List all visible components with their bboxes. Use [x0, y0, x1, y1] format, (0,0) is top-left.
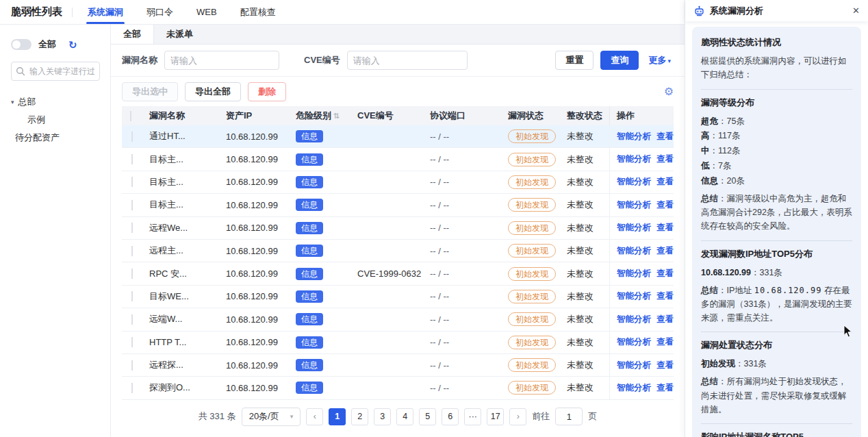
tree-node-待分配资产[interactable]: 待分配资产: [11, 129, 102, 147]
reset-button[interactable]: 重置: [555, 51, 593, 70]
view-link[interactable]: 查看: [656, 268, 674, 279]
tree-node-示例[interactable]: 示例: [11, 111, 102, 129]
analysis-card: 脆弱性状态统计情况根据提供的系统漏洞内容，可以进行如下归纳总结：漏洞等级分布超危…: [692, 27, 861, 437]
asset-ip: 10.68.120.99: [222, 246, 292, 256]
view-link[interactable]: 查看: [656, 131, 674, 142]
tab-weak-password[interactable]: 弱口令: [142, 0, 177, 24]
analysis-divider: [701, 332, 852, 332]
tab-config-check[interactable]: 配置核查: [236, 0, 280, 24]
tab-all[interactable]: 全部: [111, 25, 154, 44]
page-size-select[interactable]: 20条/页▾: [242, 408, 301, 426]
analysis-stat-line: 信息：20条: [701, 174, 852, 189]
export-all-button[interactable]: 导出全部: [185, 82, 241, 101]
caret-down-icon[interactable]: ▾: [11, 99, 14, 105]
total-count: 共 331 条: [199, 410, 236, 423]
all-toggle-switch[interactable]: [11, 39, 31, 50]
page-button-4[interactable]: 4: [396, 408, 413, 425]
smart-analysis-link[interactable]: 智能分析: [617, 290, 651, 302]
risk-level-badge: 信息: [296, 382, 323, 394]
row-checkbox[interactable]: [131, 360, 133, 371]
smart-analysis-link[interactable]: 智能分析: [617, 131, 651, 142]
row-checkbox[interactable]: [131, 200, 133, 210]
smart-analysis-link[interactable]: 智能分析: [617, 268, 651, 279]
row-checkbox[interactable]: [131, 383, 133, 393]
smart-analysis-link[interactable]: 智能分析: [617, 199, 651, 211]
vuln-status-pill: 初始发现: [508, 336, 556, 349]
view-link[interactable]: 查看: [656, 176, 674, 188]
protocol-port: -- / --: [426, 383, 504, 393]
row-checkbox[interactable]: [131, 177, 133, 187]
select-all-checkbox[interactable]: [130, 111, 131, 121]
protocol-port: -- / --: [426, 246, 504, 256]
vuln-name-input[interactable]: [164, 51, 279, 70]
protocol-port: -- / --: [426, 200, 504, 210]
tab-web[interactable]: WEB: [192, 0, 221, 24]
smart-analysis-link[interactable]: 智能分析: [617, 176, 651, 188]
table-row: 探测到O...10.68.120.99信息-- / --初始发现未整改智能分析查…: [122, 377, 674, 399]
query-button[interactable]: 查询: [600, 51, 639, 70]
view-link[interactable]: 查看: [656, 336, 674, 348]
smart-analysis-link[interactable]: 智能分析: [617, 314, 651, 325]
bold-text: 总结: [701, 286, 718, 295]
view-link[interactable]: 查看: [656, 290, 674, 302]
sort-icon[interactable]: ⇅: [333, 112, 340, 120]
next-page-button[interactable]: ›: [509, 408, 526, 425]
row-checkbox[interactable]: [131, 154, 133, 164]
close-icon[interactable]: ✕: [852, 5, 860, 16]
vuln-name: 目标主...: [145, 176, 222, 188]
refresh-icon[interactable]: ↻: [68, 40, 77, 50]
export-selected-button[interactable]: 导出选中: [122, 82, 178, 101]
vuln-status-pill: 初始发现: [508, 244, 556, 258]
page-button-6[interactable]: 6: [442, 408, 459, 425]
fix-status: 未整改: [563, 245, 609, 257]
goto-page-input[interactable]: [555, 408, 583, 425]
row-checkbox[interactable]: [131, 269, 133, 279]
view-link[interactable]: 查看: [656, 222, 674, 234]
view-link[interactable]: 查看: [656, 382, 674, 394]
page-button-5[interactable]: 5: [419, 408, 436, 425]
tab-not-dispatched[interactable]: 未派单: [154, 25, 205, 44]
more-button[interactable]: 更多▾: [646, 51, 674, 70]
view-link[interactable]: 查看: [656, 153, 674, 165]
vuln-name: 探测到O...: [145, 382, 222, 394]
row-checkbox[interactable]: [131, 246, 133, 256]
pagination: 共 331 条 20条/页▾ ‹ 123456···17 › 前往 页: [111, 408, 685, 426]
tree-node-label: 总部: [18, 96, 36, 108]
row-checkbox[interactable]: [131, 337, 133, 347]
smart-analysis-link[interactable]: 智能分析: [617, 245, 651, 257]
view-link[interactable]: 查看: [656, 199, 674, 211]
analysis-stat-line: 低：7条: [701, 159, 852, 174]
row-checkbox[interactable]: [131, 314, 133, 325]
page-button-17[interactable]: 17: [487, 408, 504, 425]
delete-button[interactable]: 删除: [248, 82, 286, 101]
view-link[interactable]: 查看: [656, 314, 674, 325]
view-link[interactable]: 查看: [656, 245, 674, 257]
asset-tree: ▾总部示例待分配资产: [11, 93, 102, 147]
table-row: 远端W...10.68.120.99信息-- / --初始发现未整改智能分析查看…: [122, 308, 674, 331]
tab-system-vulnerability[interactable]: 系统漏洞: [84, 0, 127, 24]
page-button-3[interactable]: 3: [374, 408, 391, 425]
smart-analysis-link[interactable]: 智能分析: [617, 222, 651, 234]
tree-node-总部[interactable]: ▾总部: [11, 93, 102, 111]
column-settings-gear-icon[interactable]: ⚙: [664, 86, 674, 97]
row-checkbox[interactable]: [131, 132, 133, 142]
table-body: 通过HT...10.68.120.99信息-- / --初始发现未整改智能分析查…: [122, 125, 674, 400]
prev-page-button[interactable]: ‹: [306, 408, 323, 425]
smart-analysis-link[interactable]: 智能分析: [617, 360, 651, 371]
smart-analysis-link[interactable]: 智能分析: [617, 382, 651, 394]
smart-analysis-link[interactable]: 智能分析: [617, 336, 651, 348]
analysis-stat-line: 高：117条: [701, 129, 852, 144]
cve-input[interactable]: [347, 51, 468, 70]
fix-status: 未整改: [563, 176, 609, 188]
asset-ip: 10.68.120.99: [222, 383, 292, 393]
view-link[interactable]: 查看: [656, 360, 674, 371]
page-ellipsis[interactable]: ···: [464, 408, 481, 425]
page-button-1[interactable]: 1: [329, 408, 346, 425]
row-checkbox[interactable]: [131, 291, 133, 301]
row-actions: 智能分析查看···: [609, 377, 674, 399]
page-button-2[interactable]: 2: [351, 408, 368, 425]
analysis-heading: 发现漏洞数IP地址TOP5分布: [701, 248, 852, 260]
smart-analysis-link[interactable]: 智能分析: [617, 153, 651, 165]
row-checkbox[interactable]: [131, 223, 133, 233]
chevron-down-icon: ▾: [667, 58, 671, 64]
